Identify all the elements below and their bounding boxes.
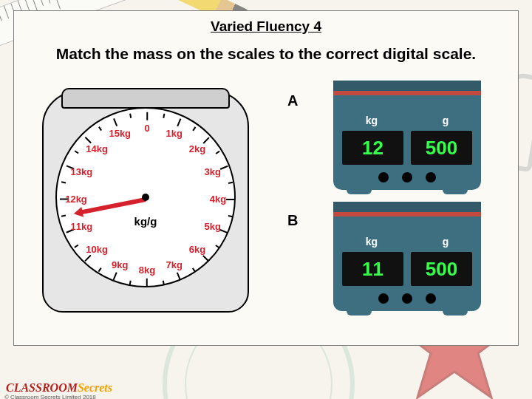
dial-label: 15kg [109,128,131,139]
scale-button-icon [426,293,436,304]
option-a-label: A [287,92,298,109]
brand-part1: CLASSROOM [6,381,78,394]
scale-button-icon [378,172,389,183]
digital-scale-a: kg g 12 500 [333,81,481,190]
g-value: 500 [426,258,457,281]
kg-screen: 12 [342,131,403,165]
brand-logo: CLASSROOMSecrets [6,381,112,395]
dial-label: 8kg [139,265,155,276]
dial-label: 7kg [166,259,183,270]
g-screen: 500 [411,252,472,286]
dial-label: 9kg [112,259,128,270]
brand-part2: Secrets [78,381,112,394]
digital-scale-b: kg g 11 500 [333,202,481,311]
scale-button-icon [378,293,389,304]
unit-label: kg/g [134,215,157,228]
dial-label: 1kg [166,128,183,139]
instruction-text: Match the mass on the scales to the corr… [14,35,518,69]
g-label: g [443,236,449,248]
kg-label: kg [366,115,378,126]
dial-label: 3kg [204,166,220,177]
kg-value: 12 [362,137,383,160]
dial-label: 11kg [70,220,92,231]
dial-label: 6kg [189,243,205,254]
kg-label: kg [366,236,378,248]
page-title: Varied Fluency 4 [14,11,518,35]
g-value: 500 [426,137,457,160]
dial-label: 10kg [86,243,108,254]
dial-label: 12kg [65,194,87,205]
kg-screen: 11 [342,252,403,286]
scale-button-icon [402,172,412,183]
scale-button-icon [402,293,412,304]
content-panel: Varied Fluency 4 Match the mass on the s… [13,10,519,346]
dial-label: 4kg [210,194,226,205]
g-label: g [443,115,449,126]
dial-label: 14kg [86,143,108,154]
content-area: 01kg2kg3kg4kg5kg6kg7kg8kg9kg10kg11kg12kg… [14,75,518,345]
analog-scale: 01kg2kg3kg4kg5kg6kg7kg8kg9kg10kg11kg12kg… [42,91,249,313]
analog-dial: 01kg2kg3kg4kg5kg6kg7kg8kg9kg10kg11kg12kg… [55,107,236,287]
dial-label: 5kg [204,220,220,231]
copyright: © Classroom Secrets Limited 2018 [4,394,96,399]
scale-button-icon [426,172,436,183]
dial-label: 0 [144,123,149,134]
g-screen: 500 [411,131,472,165]
dial-label: 2kg [189,143,205,154]
dial-label: 13kg [70,166,92,177]
option-b-label: B [287,212,298,229]
kg-value: 11 [362,258,383,281]
slide: Varied Fluency 4 Match the mass on the s… [0,0,532,399]
